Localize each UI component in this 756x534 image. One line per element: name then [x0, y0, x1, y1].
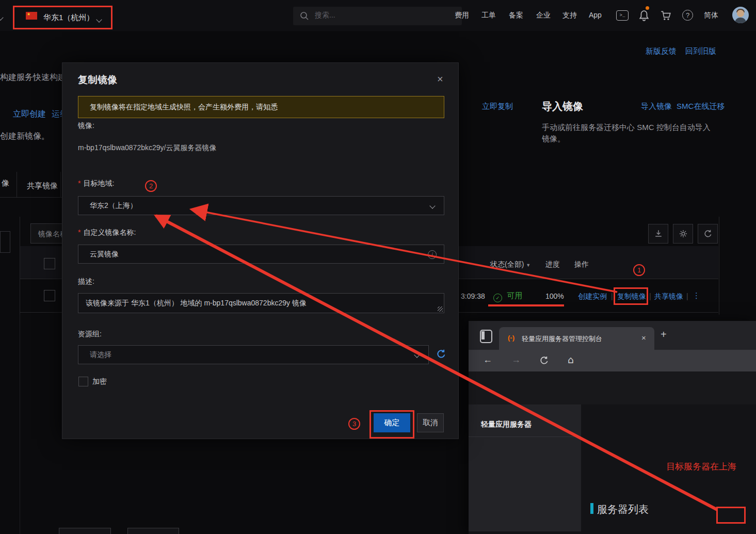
resource-group-select[interactable]: 请选择: [78, 345, 429, 364]
close-icon[interactable]: ×: [437, 73, 443, 85]
sidebar-title: 轻量应用服务器: [481, 420, 532, 429]
global-search[interactable]: [293, 7, 462, 25]
image-label: 镜像:: [78, 121, 94, 131]
smc-migrate-link[interactable]: SMC在线迁移: [677, 102, 725, 111]
topnav-billing[interactable]: 费用: [455, 11, 469, 20]
dialog-title: 复制镜像: [78, 73, 117, 87]
column-progress: 进度: [545, 260, 560, 269]
create-instance-link[interactable]: 创建实例: [578, 292, 607, 301]
image-name-value: 云翼镜像: [90, 250, 119, 259]
feedback-link[interactable]: 新版反馈: [646, 46, 677, 56]
image-name-input[interactable]: 云翼镜像 i: [78, 245, 444, 264]
new-tab-icon[interactable]: +: [661, 329, 667, 341]
copy-image-annotation-box: [614, 287, 648, 305]
import-image-title: 导入镜像: [542, 100, 583, 114]
cart-icon[interactable]: [660, 10, 671, 21]
select-all-checkbox[interactable]: [44, 258, 55, 269]
forward-icon[interactable]: →: [511, 354, 521, 365]
target-region-label: *目标地域:: [78, 179, 114, 188]
page-refresh-icon[interactable]: [539, 355, 550, 366]
copy-now-link[interactable]: 立即复制: [482, 102, 513, 111]
info-icon[interactable]: i: [428, 250, 437, 259]
terminal-icon[interactable]: >_: [616, 10, 629, 21]
back-icon[interactable]: ←: [483, 354, 492, 365]
topnav-tickets[interactable]: 工单: [481, 11, 496, 20]
status-underline: [488, 304, 564, 306]
help-icon[interactable]: ?: [682, 10, 693, 21]
home-icon[interactable]: ⌂: [568, 354, 574, 365]
image-value: m-bp17qslbwa0872bkc29y/云翼服务器镜像: [78, 143, 216, 153]
column-status[interactable]: 状态(全部) ▼: [490, 260, 530, 269]
target-region-select[interactable]: 华东2（上海）: [78, 196, 444, 215]
collapse-handle[interactable]: [0, 231, 10, 253]
search-input[interactable]: [314, 10, 455, 20]
notification-dot: [646, 6, 649, 10]
more-actions-icon[interactable]: ⋮: [693, 291, 700, 300]
console-header: (-) 阿里云 ⌂ 工作台: [469, 371, 756, 404]
chevron-down-icon: [414, 352, 420, 358]
region-selector-label[interactable]: 华东1（杭州）: [43, 13, 94, 23]
tab-close-icon[interactable]: ×: [641, 333, 646, 342]
encrypt-checkbox[interactable]: [78, 377, 88, 386]
download-button[interactable]: [648, 224, 668, 244]
warning-banner: 复制镜像将在指定地域生成快照，会产生额外费用，请知悉: [78, 96, 444, 118]
refresh-icon: [703, 229, 713, 239]
search-icon: [300, 11, 309, 21]
bottom-button-1[interactable]: [59, 528, 111, 534]
region-selector-annotation-box[interactable]: ★ 华东1（杭州）: [13, 6, 112, 29]
avatar[interactable]: [732, 7, 749, 23]
status-badge: ✓ 可用: [493, 291, 522, 302]
back-to-old-link[interactable]: 回到旧版: [685, 46, 716, 56]
confirm-annotation-box: [369, 410, 414, 439]
browser-tab[interactable]: (-) 轻量应用服务器管理控制台 ×: [499, 327, 654, 350]
tab-custom-image-partial[interactable]: 像: [2, 179, 9, 188]
console-sidebar: 轻量应用服务器 服务器列表 磁盘列表 快照列表 镜像列表: [469, 404, 581, 534]
copy-image-dialog: 复制镜像 × 复制镜像将在指定地域生成快照，会产生额外费用，请知悉 镜像: m-…: [62, 62, 459, 439]
warning-text: 复制镜像将在指定地域生成快照，会产生额外费用，请知悉: [90, 103, 278, 112]
refresh-resource-group-icon[interactable]: [436, 348, 447, 360]
import-image-desc: 手动或前往服务器迁移中心 SMC 控制台自动导入镜像。: [542, 122, 715, 144]
import-image-link[interactable]: 导入镜像: [641, 102, 672, 111]
resource-group-label: 资源组:: [78, 330, 102, 339]
cancel-button[interactable]: 取消: [417, 413, 444, 432]
row-checkbox[interactable]: [44, 290, 55, 301]
check-circle-icon: ✓: [493, 294, 502, 302]
region-chevron-down-icon: [97, 14, 101, 24]
resource-group-placeholder: 请选择: [90, 350, 111, 360]
topnav-app[interactable]: App: [589, 11, 602, 19]
shanghai-annotation-box: [716, 507, 746, 524]
action-separator: |: [649, 292, 651, 300]
china-flag-icon: ★: [26, 12, 37, 20]
action-separator: |: [611, 292, 613, 300]
topnav-support[interactable]: 支持: [562, 11, 577, 20]
bottom-button-2[interactable]: [127, 528, 179, 534]
bell-icon[interactable]: [638, 9, 650, 22]
tab-shared-image[interactable]: 共享镜像: [27, 181, 58, 191]
create-image-text: 创建新镜像。: [0, 131, 50, 142]
refresh-button[interactable]: [698, 224, 718, 244]
encrypt-label: 加密: [92, 377, 107, 386]
annotation-badge-3: 3: [348, 418, 360, 430]
topnav-enterprise[interactable]: 企业: [536, 11, 551, 20]
aliyun-favicon: (-): [508, 334, 514, 342]
edge-chevron-icon: [0, 12, 3, 22]
share-image-link[interactable]: 共享镜像: [654, 292, 683, 301]
resize-handle[interactable]: [438, 306, 443, 312]
target-server-note: 目标服务器在上海: [666, 461, 736, 473]
settings-button[interactable]: [673, 224, 693, 244]
download-icon: [653, 229, 664, 239]
title-marker: [590, 503, 593, 514]
create-now-link[interactable]: 立即创建: [13, 109, 46, 120]
language-toggle[interactable]: 简体: [704, 11, 718, 20]
column-action: 操作: [574, 260, 589, 269]
target-region-value: 华东2（上海）: [90, 201, 137, 211]
sidebar-item-server-list[interactable]: 服务器列表: [469, 531, 581, 534]
browser-tab-title: 轻量应用服务器管理控制台: [522, 334, 602, 344]
browser-titlebar: (-) 轻量应用服务器管理控制台 × +: [469, 321, 756, 350]
tab-overview-icon[interactable]: [480, 330, 492, 343]
annotation-badge-1: 1: [633, 264, 645, 276]
gear-icon: [678, 229, 688, 239]
description-textarea[interactable]: 该镜像来源于 华东1（杭州） 地域的 m-bp17qslbwa0872bkc29…: [78, 293, 444, 313]
topnav-icp[interactable]: 备案: [509, 11, 523, 20]
action-separator: |: [686, 292, 688, 300]
